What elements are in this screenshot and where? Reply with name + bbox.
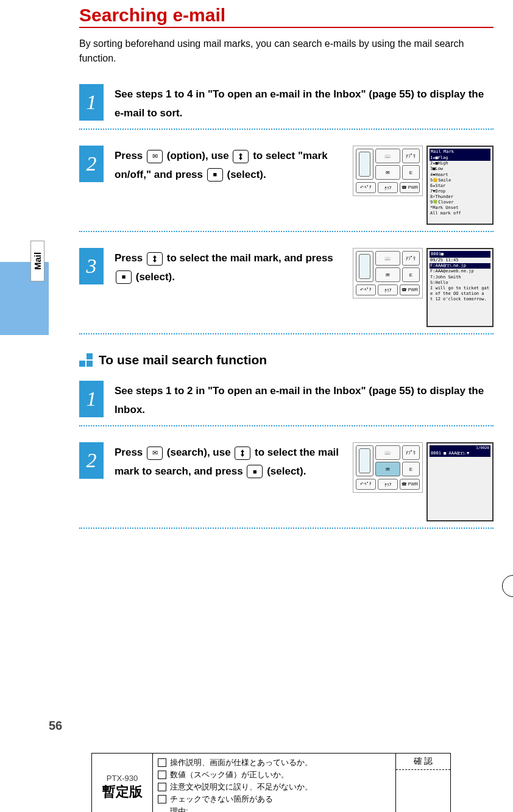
plus-icon <box>79 353 93 367</box>
screen-line: 9🍀Clover <box>430 200 490 205</box>
phone-screen: Mail Mark 1★■Flag2★■High3■Low4❤Heart5😊Sm… <box>426 146 494 225</box>
mail-icon: ✉ <box>147 150 163 163</box>
step-row: 3 Press to select the mail mark, and pre… <box>79 248 494 327</box>
center-select-icon: ■ <box>116 270 132 284</box>
review-footer: PTX-930 暫定版 操作説明、画面が仕様とあっているか。 数値（スペック値）… <box>91 753 451 812</box>
screen-line: S:Hello <box>430 280 490 286</box>
pad-pwr-btn: ☎ PWR <box>400 284 420 295</box>
screen-line: 1★■Flag <box>430 155 490 161</box>
footer-model-box: PTX-930 暫定版 <box>92 754 153 812</box>
pad-clear-btn: ｸﾘｱ <box>378 284 398 295</box>
pad-mail-icon: ✉ <box>375 267 400 282</box>
step-row: 1 See steps 1 to 2 in "To open an e-mail… <box>79 381 494 419</box>
pad-mail-icon: ✉ <box>375 165 400 180</box>
step-screens: 📖 ｱﾌﾟﾘ ✉ E ↶ ﾍﾟｱ ｸﾘｱ ☎ PWR Mail Mark 1★■… <box>353 146 494 225</box>
footer-check-row: 注意文や説明文に誤り、不足がないか。 <box>158 782 391 793</box>
pad-book-icon: 📖 <box>375 149 400 163</box>
footer-check-row: チェックできない箇所がある <box>158 794 391 805</box>
step-row: 2 Press ✉ (option), use to select "mark … <box>79 146 494 225</box>
screen-line: 09/25 11:45 <box>430 258 490 263</box>
nav-updown-icon <box>235 447 250 460</box>
side-strip <box>0 0 49 812</box>
step-row: 1 See steps 1 to 4 in "To open an e-mail… <box>79 84 494 122</box>
footer-checklist: 操作説明、画面が仕様とあっているか。 数値（スペック値）が正しいか。 注意文や説… <box>153 754 395 812</box>
footer-reason-row: 理由: <box>170 806 391 812</box>
pad-pair-btn: ↶ ﾍﾟｱ <box>356 479 376 490</box>
pad-book-icon: 📖 <box>375 445 400 460</box>
step-number: 1 <box>79 84 104 121</box>
page-title: Searching e-mail <box>79 5 494 28</box>
pad-pair-btn: ↶ ﾍﾟｱ <box>356 182 376 193</box>
pad-e-icon: E <box>402 462 420 476</box>
step-divider <box>79 528 494 529</box>
step-number: 2 <box>79 146 104 182</box>
phone-screen: 0001■ 09/25 11:45F:AAA@□□.ne.jpF:AAA@ezw… <box>426 248 494 327</box>
screen-line: *Mark Unset <box>430 205 490 211</box>
footer-model: PTX-930 <box>107 774 138 783</box>
center-select-icon: ■ <box>207 168 223 182</box>
pad-book-icon: 📖 <box>375 251 400 266</box>
screen-line: t 12 o'clock tomorrow. <box>430 297 490 302</box>
screen-line: 7▼Drop <box>430 189 490 194</box>
pad-e-icon: E <box>402 165 420 180</box>
pad-pwr-btn: ☎ PWR <box>400 479 420 490</box>
subheading-text: To use mail search function <box>99 353 267 367</box>
nav-updown-icon <box>233 150 249 163</box>
checkbox-icon <box>158 771 166 779</box>
step-text: Press ✉ (option), use to select "mark on… <box>115 146 353 184</box>
step-divider <box>79 333 494 334</box>
step-divider <box>79 231 494 232</box>
step-number: 1 <box>79 381 104 417</box>
screen-line: I will go to ticket gat <box>430 286 490 291</box>
footer-check-text: 操作説明、画面が仕様とあっているか。 <box>170 757 313 768</box>
screen-line: 5😊Smile <box>430 178 490 183</box>
pad-nav-center <box>356 445 373 476</box>
screen-line: 3■Low <box>430 166 490 172</box>
screen-line: F:AAA@ezweb.ne.jp <box>430 269 490 274</box>
step-divider <box>79 129 494 130</box>
screen-title: 0001 ■ AAA@□□.▼ <box>430 450 490 457</box>
screen-title: 0001■ <box>430 251 490 258</box>
screen-title: Mail Mark <box>430 149 490 155</box>
pad-mail-icon: ✉ <box>375 462 400 476</box>
step-row: 2 Press ✉ (search), use to select the ma… <box>79 442 494 521</box>
screen-line: T:John Smith <box>430 275 490 280</box>
footer-check-row: 操作説明、画面が仕様とあっているか。 <box>158 757 391 768</box>
screen-line: F:AAA@□□.ne.jp <box>430 263 490 269</box>
screen-line: 2★■High <box>430 161 490 166</box>
step-text: Press to select the mail mark, and press… <box>115 248 353 286</box>
screen-line: e of the OO station a <box>430 291 490 297</box>
footer-check-text: 数値（スペック値）が正しいか。 <box>170 769 289 780</box>
step-text: Press ✉ (search), use to select the mail… <box>115 442 353 481</box>
screen-line: All mark off <box>430 211 490 216</box>
phone-keypad: 📖 ｱﾌﾟﾘ ✉ E ↶ ﾍﾟｱ ｸﾘｱ ☎ PWR <box>353 442 423 493</box>
step-screens: 📖 ｱﾌﾟﾘ ✉ E ↶ ﾍﾟｱ ｸﾘｱ ☎ PWR 1/0020 0001 ■… <box>353 442 494 521</box>
nav-updown-icon <box>147 252 163 266</box>
pad-app-icon: ｱﾌﾟﾘ <box>402 445 420 460</box>
binder-hole <box>502 575 513 597</box>
pad-app-icon: ｱﾌﾟﾘ <box>402 149 420 163</box>
pad-pair-btn: ↶ ﾍﾟｱ <box>356 284 376 295</box>
intro-text: By sorting beforehand using mail marks, … <box>79 37 494 66</box>
checkbox-icon <box>158 783 166 791</box>
step-text: See steps 1 to 2 in "To open an e-mail i… <box>115 381 494 419</box>
phone-keypad: 📖 ｱﾌﾟﾘ ✉ E ↶ ﾍﾟｱ ｸﾘｱ ☎ PWR <box>353 248 423 298</box>
footer-confirm-label: 確 認 <box>396 754 450 770</box>
screen-line: 6★Star <box>430 183 490 189</box>
footer-confirm-box: 確 認 <box>395 754 450 812</box>
footer-check-text: 注意文や説明文に誤り、不足がないか。 <box>170 782 313 793</box>
step-number: 2 <box>79 442 104 479</box>
pad-app-icon: ｱﾌﾟﾘ <box>402 251 420 266</box>
pad-nav-center <box>356 149 373 180</box>
center-select-icon: ■ <box>247 465 263 478</box>
side-tab-label: Mail <box>30 241 44 281</box>
pad-pwr-btn: ☎ PWR <box>400 182 420 193</box>
phone-keypad: 📖 ｱﾌﾟﾘ ✉ E ↶ ﾍﾟｱ ｸﾘｱ ☎ PWR <box>353 146 423 196</box>
footer-zantei: 暫定版 <box>102 783 143 801</box>
mail-icon: ✉ <box>147 447 163 460</box>
pad-clear-btn: ｸﾘｱ <box>378 182 398 193</box>
footer-check-row: 数値（スペック値）が正しいか。 <box>158 769 391 780</box>
footer-check-text: チェックできない箇所がある <box>170 794 273 805</box>
footer-reason-label: 理由: <box>170 806 188 812</box>
step-divider <box>79 425 494 426</box>
